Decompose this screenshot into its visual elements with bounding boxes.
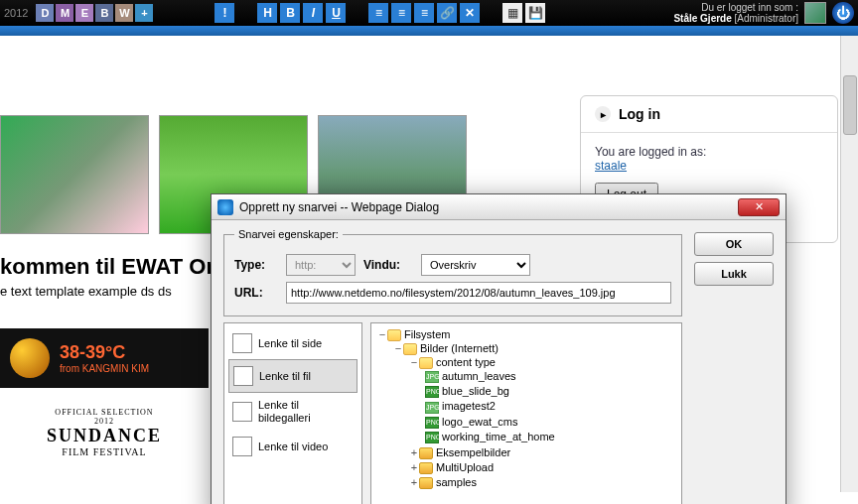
avatar[interactable]: [804, 2, 826, 24]
logged-in-label: You are logged in as:: [595, 145, 823, 159]
align-left-icon[interactable]: ≡: [368, 3, 388, 23]
gallery-icon: [232, 402, 252, 422]
format-underline-icon[interactable]: U: [326, 3, 346, 23]
tree-folder[interactable]: +samples: [409, 475, 677, 490]
video-icon: [232, 437, 252, 456]
gallery-thumb[interactable]: [0, 115, 149, 234]
weather-from: from KANGMIN KIM: [60, 363, 149, 374]
link-to-page[interactable]: Lenke til side: [228, 327, 358, 359]
dialog-title: Opprett ny snarvei -- Webpage Dialog: [239, 200, 439, 214]
tree-root[interactable]: −Filsystem −Bilder (Internett) −content …: [377, 327, 677, 492]
toolbar-btn-plus[interactable]: +: [135, 4, 153, 22]
page-icon: [232, 333, 252, 353]
login-status: Du er logget inn som : Ståle Gjerde [Adm…: [673, 2, 798, 24]
type-label: Type:: [234, 258, 278, 272]
tree-file[interactable]: JPGautumn_leaves: [425, 369, 677, 384]
close-button[interactable]: Lukk: [694, 262, 774, 286]
dialog-titlebar[interactable]: Opprett ny snarvei -- Webpage Dialog ✕: [212, 194, 786, 220]
link-to-file[interactable]: Lenke til fil: [228, 359, 358, 393]
username-link[interactable]: staale: [595, 159, 627, 173]
url-label: URL:: [234, 286, 278, 300]
toolbar-btn-e[interactable]: E: [75, 4, 93, 22]
close-icon[interactable]: ✕: [738, 198, 780, 216]
format-bold-icon[interactable]: B: [280, 3, 300, 23]
link-to-gallery[interactable]: Lenke til bildegalleri: [228, 393, 358, 431]
tree-file[interactable]: PNGlogo_ewat_cms: [425, 415, 677, 430]
format-italic-icon[interactable]: I: [303, 3, 323, 23]
tree-folder[interactable]: +MultiUpload: [409, 460, 677, 475]
file-tree: −Filsystem −Bilder (Internett) −content …: [370, 322, 682, 504]
shortcut-fieldset: Snarvei egenskaper: Type: http: Vindu: O…: [223, 228, 682, 316]
ok-button[interactable]: OK: [694, 232, 774, 256]
file-icon: [233, 366, 253, 386]
format-alert-icon[interactable]: !: [214, 3, 234, 23]
chevron-right-icon: ▸: [595, 106, 611, 122]
align-right-icon[interactable]: ≡: [414, 3, 434, 23]
weather-icon: [10, 338, 50, 378]
save-icon[interactable]: 💾: [525, 3, 545, 23]
tree-file[interactable]: JPGimagetest2: [425, 399, 677, 414]
tree-folder-content-type[interactable]: −content type JPGautumn_leaves PNGblue_s…: [409, 355, 677, 445]
url-input[interactable]: [286, 282, 671, 304]
align-center-icon[interactable]: ≡: [391, 3, 411, 23]
login-panel-header[interactable]: ▸ Log in: [581, 96, 837, 133]
format-heading-icon[interactable]: H: [257, 3, 277, 23]
weather-widget: 38-39°C from KANGMIN KIM: [0, 328, 209, 388]
fieldset-legend: Snarvei egenskaper:: [234, 228, 343, 240]
tree-folder[interactable]: +Eksempelbilder: [409, 445, 677, 460]
unlink-icon[interactable]: ✕: [460, 3, 480, 23]
blue-divider: [0, 26, 858, 36]
shortcut-dialog: Opprett ny snarvei -- Webpage Dialog ✕ S…: [211, 193, 786, 504]
link-type-list: Lenke til side Lenke til fil Lenke til b…: [223, 322, 362, 504]
window-select[interactable]: Overskriv: [421, 254, 530, 276]
window-label: Vindu:: [363, 258, 413, 272]
toolbar-btn-b[interactable]: B: [95, 4, 113, 22]
toolbar-btn-m[interactable]: M: [56, 4, 73, 22]
tree-file[interactable]: PNGblue_slide_bg: [425, 384, 677, 399]
image-icon[interactable]: ▦: [502, 3, 522, 23]
tree-file[interactable]: PNGworking_time_at_home: [425, 430, 677, 444]
ie-icon: [217, 199, 233, 215]
page-scrollbar[interactable]: [840, 36, 858, 492]
power-icon[interactable]: ⏻: [832, 2, 854, 24]
toolbar-btn-d[interactable]: D: [36, 4, 54, 22]
type-select[interactable]: http:: [286, 254, 356, 276]
weather-temp: 38-39°C: [60, 342, 149, 363]
tree-folder-bilder[interactable]: −Bilder (Internett) −content type JPGaut…: [393, 341, 677, 491]
toolbar-year: 2012: [4, 7, 28, 19]
sundance-badge: OFFICIAL SELECTION 2012 SUNDANCE FILM FE…: [0, 398, 209, 467]
link-icon[interactable]: 🔗: [437, 3, 457, 23]
toolbar-btn-w[interactable]: W: [115, 4, 133, 22]
link-to-video[interactable]: Lenke til video: [228, 431, 358, 462]
top-toolbar: 2012 D M E B W + ! H B I U ≡ ≡ ≡ 🔗 ✕ ▦ 💾…: [0, 0, 858, 26]
